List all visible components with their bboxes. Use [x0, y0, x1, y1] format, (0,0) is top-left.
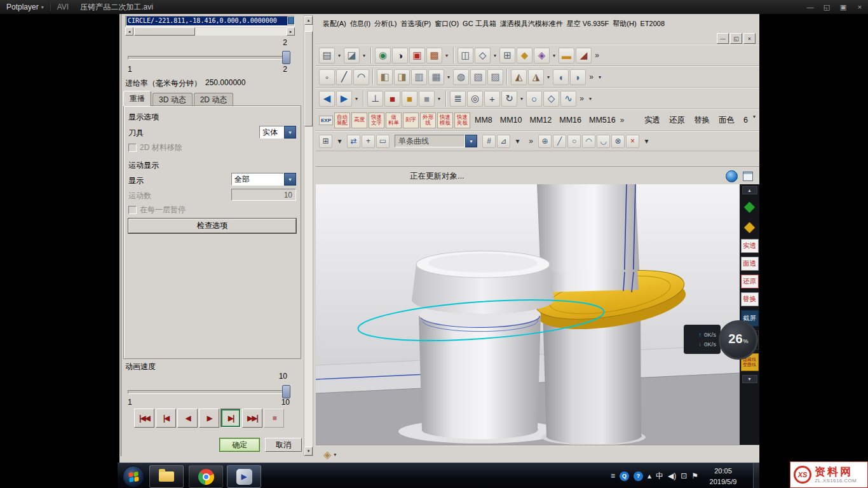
datum-icon[interactable]: ⊥: [367, 91, 383, 107]
quick-fast-template-button[interactable]: 快速 模板: [437, 112, 453, 128]
tray-doc-icon[interactable]: ≡: [611, 471, 615, 480]
tool-combo-arrow-icon[interactable]: ▾: [284, 126, 296, 139]
speed-slider-track[interactable]: [128, 390, 288, 394]
curve-type-combo[interactable]: 单条曲线 ▾: [395, 135, 477, 147]
taskbar-potplayer-button[interactable]: ▶: [227, 465, 261, 488]
h-scrollbar-track[interactable]: [195, 27, 287, 36]
cad-minimize-button[interactable]: —: [717, 33, 729, 44]
dropdown-arrow-icon[interactable]: ▾: [519, 92, 525, 105]
split-icon[interactable]: ◮: [528, 69, 544, 85]
quick-engrave-button[interactable]: 刻字: [403, 112, 419, 128]
rotate-icon[interactable]: ↻: [501, 91, 517, 107]
exp-icon[interactable]: EXP: [319, 116, 333, 125]
mm12-button[interactable]: MM12: [527, 116, 555, 125]
menu-et2008[interactable]: ET2008: [639, 20, 667, 27]
snap-cross-icon[interactable]: ⊗: [611, 135, 625, 148]
snap-tangent-icon[interactable]: ◡: [597, 135, 610, 148]
point-icon[interactable]: ◦: [319, 69, 335, 85]
overflow-chevron[interactable]: »: [578, 92, 586, 106]
menu-starsky[interactable]: 星空 V6.935F: [565, 19, 611, 29]
dropdown-arrow-icon[interactable]: ▾: [587, 92, 593, 105]
snap-line-icon[interactable]: ╱: [553, 135, 566, 148]
quick-auto-assembly-button[interactable]: 自动 装配: [334, 112, 350, 128]
v-scrollbar-thumb[interactable]: [304, 31, 313, 126]
side-gold-diamond-button[interactable]: ◆: [744, 219, 755, 235]
compare-icon[interactable]: ◈: [534, 48, 550, 64]
menu-mold-standard[interactable]: 潇洒模具汽模标准件: [498, 19, 565, 29]
video-area[interactable]: 装配(A)信息(I)分析(L)首选项(P)窗口(O)GC 工具箱潇洒模具汽模标准…: [0, 14, 868, 488]
block-icon[interactable]: ▥: [411, 69, 427, 85]
dropdown-arrow-icon[interactable]: ▾: [436, 92, 442, 105]
position-slider-track[interactable]: [128, 56, 288, 60]
viewport-canvas[interactable]: [316, 184, 740, 445]
ok-button[interactable]: 确定: [219, 438, 260, 452]
menu-gc-toolbox[interactable]: GC 工具箱: [461, 19, 498, 29]
scroll-left-icon[interactable]: ◂: [125, 27, 133, 36]
revolve-icon[interactable]: ◨: [394, 69, 410, 85]
volume-icon[interactable]: ◀): [668, 471, 676, 480]
mold-block-icon[interactable]: ▩: [426, 48, 442, 64]
orient-view-icon[interactable]: ◇: [475, 48, 491, 64]
cad-close-button[interactable]: ×: [743, 33, 756, 44]
side-solid-translucent-button[interactable]: 实透: [741, 239, 759, 253]
dropdown-arrow-icon[interactable]: ▾: [444, 49, 450, 62]
snap-arc-icon[interactable]: ◠: [582, 135, 595, 148]
quick-material-list-button[interactable]: 做 料单: [386, 112, 402, 128]
menu-assembly[interactable]: 装配(A): [321, 19, 348, 29]
tray-help-icon[interactable]: ?: [634, 471, 643, 481]
chamfer-icon[interactable]: ◗: [570, 69, 586, 85]
show-combo[interactable]: 全部 ▾: [231, 173, 296, 186]
scroll-right-icon[interactable]: ▸: [287, 27, 295, 36]
gold-cube-icon[interactable]: ■: [402, 91, 417, 107]
dropdown-arrow-icon[interactable]: ▾: [334, 135, 346, 147]
move-icon[interactable]: +: [484, 91, 500, 107]
h-scrollbar-thumb[interactable]: [134, 27, 195, 36]
sketcher-icon[interactable]: ◪: [344, 48, 360, 64]
red-block-icon[interactable]: ▣: [409, 48, 425, 64]
side-green-diamond-button[interactable]: ◆: [744, 198, 755, 215]
frame-icon[interactable]: ▭: [376, 135, 390, 148]
start-button[interactable]: [123, 466, 144, 487]
mm8-button[interactable]: MM8: [471, 116, 496, 125]
taskbar-clock[interactable]: 20:05 2019/5/9: [702, 466, 744, 487]
menu-window[interactable]: 窗口(O): [433, 19, 461, 29]
gcode-selected-row[interactable]: CIRCLE/-221.811,-18.416,0.000,0.0000000: [126, 17, 287, 25]
play-forward-button[interactable]: ▶: [199, 409, 219, 428]
menu-preferences[interactable]: 首选项(P): [399, 19, 433, 29]
dropdown-arrow-icon[interactable]: ▾: [361, 49, 367, 62]
boss-icon[interactable]: ▦: [428, 69, 444, 85]
selection-filter-icon[interactable]: ▤: [319, 48, 335, 64]
solid-translucent-button[interactable]: 实透: [641, 115, 664, 126]
overflow-chevron[interactable]: »: [593, 48, 601, 63]
cad-restore-button[interactable]: ◱: [730, 33, 742, 44]
play-backward-button[interactable]: ◀: [177, 409, 198, 428]
extrude-icon[interactable]: ◧: [377, 69, 393, 85]
taskbar-explorer-button[interactable]: [149, 465, 184, 488]
input-method-icon[interactable]: 中: [656, 471, 663, 482]
stop-button[interactable]: ■: [264, 409, 284, 428]
view-cube-icon[interactable]: ◈: [323, 449, 331, 461]
cancel-button[interactable]: 取消: [265, 438, 302, 452]
forward-icon[interactable]: ▶: [336, 91, 352, 107]
dropdown-arrow-icon[interactable]: ▾: [641, 135, 653, 147]
blend-icon[interactable]: ◖: [553, 69, 569, 85]
dropdown-arrow-icon[interactable]: ▾: [336, 49, 342, 62]
snap-center-icon[interactable]: ○: [567, 135, 581, 148]
step-back-button[interactable]: |◀: [156, 409, 176, 428]
side-face-translucent-button[interactable]: 面透: [741, 257, 759, 271]
snapshot-icon[interactable]: ◫: [458, 48, 473, 64]
layers-icon[interactable]: ≣: [450, 91, 466, 107]
menu-information[interactable]: 信息(I): [348, 19, 372, 29]
back-icon[interactable]: ◀: [319, 91, 335, 107]
snap-point-icon[interactable]: ⊕: [538, 135, 552, 148]
gcode-scrollbar-thumb[interactable]: [288, 17, 294, 24]
check-options-button[interactable]: 检查选项: [128, 219, 296, 233]
viewport-restore-icon[interactable]: [743, 172, 753, 181]
restore-display-button[interactable]: 还原: [665, 115, 689, 126]
dropdown-arrow-icon[interactable]: ▾: [545, 71, 552, 83]
gcode-h-scrollbar[interactable]: ◂ ▸: [125, 27, 295, 36]
spline-icon[interactable]: ∿: [560, 91, 576, 107]
face-color-button[interactable]: 面色: [715, 115, 738, 126]
ruler-icon[interactable]: ▬: [559, 48, 574, 64]
speed-slider-thumb[interactable]: [282, 385, 290, 398]
